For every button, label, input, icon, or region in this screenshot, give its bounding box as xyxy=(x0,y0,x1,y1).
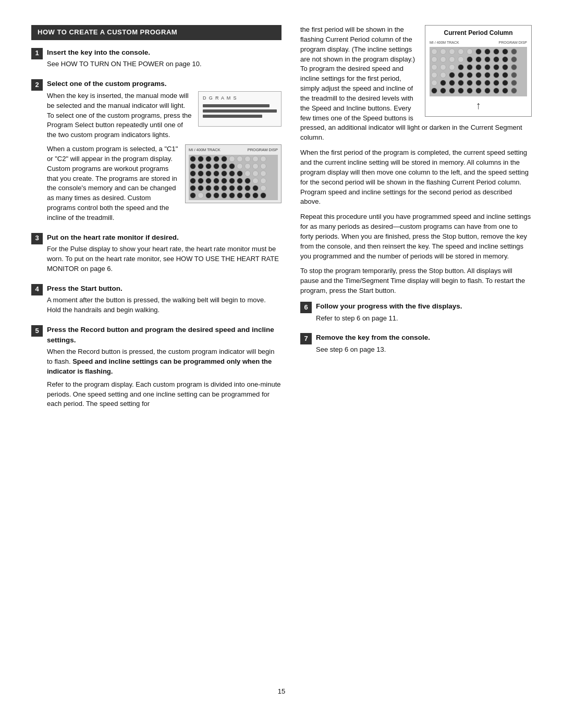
cp-header: MI / 400M TRACK PROGRAM DISP xyxy=(430,40,527,45)
dot xyxy=(190,192,196,199)
step-4-num: 4 xyxy=(31,284,43,295)
dot xyxy=(205,170,212,177)
step-3-body: For the Pulse display to show your heart… xyxy=(47,244,282,274)
prog-header-right: PROGRAM DISP xyxy=(248,147,278,153)
dot xyxy=(252,192,259,199)
cp-dot xyxy=(493,48,499,55)
cp-dot xyxy=(440,80,446,86)
dot xyxy=(198,178,204,184)
step-5-body-1: When the Record button is pressed, the c… xyxy=(47,347,282,377)
dot xyxy=(213,156,219,162)
right-steps: 6 Follow your progress with the five dis… xyxy=(300,301,532,358)
cp-dot xyxy=(484,56,491,63)
dot xyxy=(221,170,227,177)
step-4-title: Press the Start button. xyxy=(47,283,282,294)
dot xyxy=(221,178,227,184)
right-para-3: Repeat this procedure until you have pro… xyxy=(300,212,532,261)
cp-dot xyxy=(502,72,508,78)
step-1-body: See HOW TO TURN ON THE POWER on page 10. xyxy=(47,59,282,69)
cp-dot xyxy=(511,48,517,55)
dot xyxy=(237,185,243,191)
dot xyxy=(252,163,259,169)
dot xyxy=(198,156,204,162)
cp-dot xyxy=(484,64,491,70)
cp-dot xyxy=(458,72,464,78)
step-1: 1 Insert the key into the console. See H… xyxy=(31,47,282,72)
step-5-body-2: Refer to the program display. Each custo… xyxy=(47,380,282,410)
step-3: 3 Put on the heart rate monitor if desir… xyxy=(31,232,282,277)
step-6-body: Refer to step 6 on page 11. xyxy=(316,314,532,324)
cp-dot xyxy=(467,56,473,63)
cp-dot xyxy=(484,48,491,55)
dot xyxy=(213,170,219,177)
dgrams-label: D G R A M S xyxy=(203,95,277,102)
cp-dot xyxy=(467,80,473,86)
step-6-num: 6 xyxy=(300,302,312,313)
dot xyxy=(198,185,204,191)
cp-dot xyxy=(467,72,473,78)
dot xyxy=(221,192,227,199)
cp-dot xyxy=(458,48,464,55)
dot xyxy=(260,170,266,177)
dot xyxy=(244,178,251,184)
cp-dot xyxy=(467,64,473,70)
step-7-body: See step 6 on page 13. xyxy=(316,345,532,355)
cp-header-right: PROGRAM DISP xyxy=(499,40,527,45)
dot xyxy=(244,170,251,177)
bar-2 xyxy=(203,109,277,113)
cp-dot xyxy=(502,64,508,70)
step-7-title: Remove the key from the console. xyxy=(316,332,532,343)
cp-dot xyxy=(431,48,437,55)
cp-dot xyxy=(440,64,446,70)
step-4-content: Press the Start button. A moment after t… xyxy=(47,283,282,318)
cp-dot xyxy=(484,72,491,78)
dot xyxy=(229,185,235,191)
section-header: HOW TO CREATE A CUSTOM PROGRAM xyxy=(31,25,282,40)
prog-header: MI / 400M TRACK PROGRAM DISP xyxy=(189,147,278,153)
dot xyxy=(205,156,212,162)
step-5-content: Press the Record button and program the … xyxy=(47,325,282,412)
dot xyxy=(237,163,243,169)
dot xyxy=(260,185,266,191)
right-para-4: To stop the program temporarily, press t… xyxy=(300,266,532,296)
cp-dot xyxy=(502,48,508,55)
dot-grid-1 xyxy=(189,155,278,200)
dot xyxy=(213,185,219,191)
cp-dot xyxy=(458,56,464,63)
dot xyxy=(260,163,266,169)
dot xyxy=(229,156,235,162)
cp-dot xyxy=(493,80,499,86)
current-period-box: Current Period Column MI / 400M TRACK PR… xyxy=(425,25,532,117)
dot xyxy=(198,192,204,199)
cp-dot xyxy=(493,88,499,94)
cp-dot xyxy=(440,48,446,55)
cp-dot xyxy=(431,64,437,70)
step-3-num: 3 xyxy=(31,233,43,244)
dot xyxy=(237,156,243,162)
cp-dot xyxy=(449,88,455,94)
dot xyxy=(198,163,204,169)
dot xyxy=(260,156,266,162)
cp-dot xyxy=(467,48,473,55)
cp-dot xyxy=(511,72,517,78)
dgrams-bars xyxy=(203,104,277,118)
cp-dot xyxy=(475,48,482,55)
dot xyxy=(237,178,243,184)
cp-dot xyxy=(440,72,446,78)
dot xyxy=(260,178,266,184)
dot xyxy=(252,178,259,184)
cp-dot xyxy=(511,80,517,86)
dot xyxy=(190,163,196,169)
cp-arrow: ↑ xyxy=(430,98,527,113)
step-2-content: Select one of the custom programs. D G R… xyxy=(47,79,282,226)
cp-dot xyxy=(475,72,482,78)
prog-header-left: MI / 400M TRACK xyxy=(189,147,221,153)
dot xyxy=(190,170,196,177)
cp-dot xyxy=(484,88,491,94)
step-4: 4 Press the Start button. A moment after… xyxy=(31,283,282,318)
cp-dot xyxy=(449,80,455,86)
cp-dot xyxy=(475,88,482,94)
step-2-title: Select one of the custom programs. xyxy=(47,79,282,89)
step-3-title: Put on the heart rate monitor if desired… xyxy=(47,232,282,243)
cp-dot xyxy=(493,64,499,70)
